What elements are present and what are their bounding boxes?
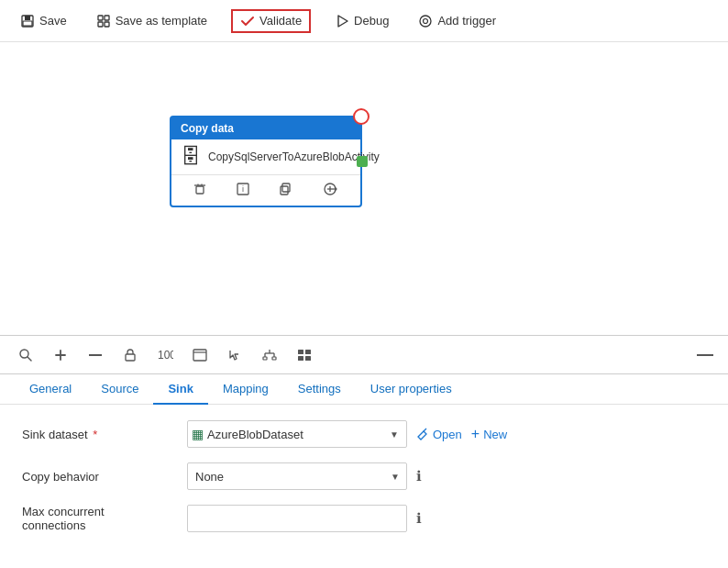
- copy-activity-button[interactable]: [275, 181, 295, 200]
- info-icon: i: [237, 183, 249, 195]
- sink-form: Sink dataset * ▦ AzureBlobDataset ▼ Open: [0, 405, 728, 561]
- panel-resize-handle[interactable]: [697, 354, 713, 356]
- trigger-icon: [418, 14, 433, 28]
- node-connect-dot[interactable]: [357, 156, 368, 167]
- svg-rect-1: [25, 16, 30, 20]
- zoom-out-button[interactable]: [84, 344, 106, 366]
- zoom-in-button[interactable]: [50, 344, 72, 366]
- max-concurrent-controls: ℹ: [187, 505, 706, 532]
- select-icon: [228, 349, 241, 362]
- svg-rect-37: [305, 350, 311, 354]
- tab-user-properties[interactable]: User properties: [356, 374, 467, 405]
- zoom-toolbar: 100%: [0, 336, 728, 374]
- grid-icon: [297, 349, 312, 362]
- svg-rect-17: [281, 186, 288, 195]
- auto-layout-icon: [262, 349, 277, 362]
- copy-behavior-row: Copy behavior None FlattenHierarchy Pres…: [22, 462, 706, 491]
- copy-behavior-controls: None FlattenHierarchy PreserveHierarchy …: [187, 462, 706, 490]
- svg-text:i: i: [242, 184, 244, 194]
- fit-view-button[interactable]: 100%: [154, 344, 176, 366]
- svg-text:100%: 100%: [158, 349, 173, 362]
- resize-icon: [193, 349, 207, 362]
- activity-name: CopySqlServerToAzureBlobActivity: [208, 150, 380, 163]
- plus-icon: +: [471, 426, 480, 442]
- svg-rect-5: [98, 22, 103, 27]
- tab-general[interactable]: General: [15, 374, 86, 405]
- svg-rect-3: [98, 16, 103, 20]
- svg-rect-28: [193, 350, 206, 361]
- plus-icon: [54, 349, 67, 362]
- svg-rect-35: [272, 357, 276, 360]
- svg-line-23: [28, 357, 31, 361]
- sink-dataset-controls: ▦ AzureBlobDataset ▼ Open + New: [187, 420, 706, 448]
- activity-header: Copy data: [171, 117, 360, 139]
- save-icon: [20, 14, 35, 28]
- pencil-icon: [416, 428, 429, 440]
- copy-data-activity-node[interactable]: Copy data 🗄 CopySqlServerToAzureBlobActi…: [170, 116, 362, 207]
- svg-point-8: [420, 16, 431, 27]
- svg-rect-26: [126, 354, 135, 361]
- search-zoom-button[interactable]: [15, 344, 37, 366]
- select-button[interactable]: [224, 344, 246, 366]
- fit-view-icon: 100%: [157, 349, 173, 362]
- properties-tabs: General Source Sink Mapping Settings Use…: [0, 374, 728, 405]
- tab-mapping[interactable]: Mapping: [208, 374, 283, 405]
- add-trigger-button[interactable]: Add trigger: [413, 10, 502, 32]
- debug-button[interactable]: Debug: [329, 10, 394, 32]
- copy-behavior-label: Copy behavior: [22, 470, 187, 484]
- copy-behavior-select-wrapper: None FlattenHierarchy PreserveHierarchy …: [187, 462, 407, 490]
- add-activity-button[interactable]: [318, 181, 342, 200]
- pipeline-canvas[interactable]: Copy data 🗄 CopySqlServerToAzureBlobActi…: [0, 42, 728, 336]
- activity-actions: i: [171, 174, 360, 206]
- svg-marker-7: [338, 16, 347, 27]
- save-as-template-button[interactable]: Save as template: [91, 10, 213, 32]
- node-error-indicator: [353, 108, 370, 125]
- delete-activity-button[interactable]: [190, 181, 210, 200]
- new-dataset-link[interactable]: + New: [471, 426, 507, 442]
- svg-rect-36: [298, 350, 303, 354]
- tab-sink[interactable]: Sink: [153, 374, 207, 405]
- svg-rect-10: [196, 186, 204, 194]
- save-button[interactable]: Save: [15, 10, 72, 32]
- add-arrow-icon: [322, 183, 338, 195]
- trash-icon: [193, 183, 206, 195]
- auto-layout-button[interactable]: [259, 344, 281, 366]
- activity-body: 🗄 CopySqlServerToAzureBlobActivity: [171, 139, 360, 174]
- dataset-excel-icon: ▦: [192, 427, 204, 441]
- svg-rect-2: [23, 21, 32, 26]
- sink-dataset-value: AzureBlobDataset: [207, 428, 386, 441]
- info-activity-button[interactable]: i: [233, 181, 253, 200]
- validate-button[interactable]: Validate: [231, 9, 311, 33]
- svg-rect-16: [282, 184, 290, 192]
- sink-dataset-row: Sink dataset * ▦ AzureBlobDataset ▼ Open: [22, 419, 706, 449]
- more-options-button[interactable]: [293, 344, 315, 366]
- resize-button[interactable]: [189, 344, 211, 366]
- lock-button[interactable]: [119, 344, 141, 366]
- search-icon: [18, 348, 33, 362]
- database-icon: 🗄: [181, 147, 201, 167]
- sink-dataset-label: Sink dataset *: [22, 428, 187, 441]
- lock-icon: [124, 349, 137, 362]
- tab-source[interactable]: Source: [86, 374, 153, 405]
- svg-rect-4: [105, 16, 109, 20]
- open-dataset-link[interactable]: Open: [416, 428, 462, 441]
- play-icon: [335, 14, 349, 28]
- max-concurrent-input[interactable]: [187, 505, 407, 532]
- max-concurrent-label: Max concurrent connections: [22, 505, 187, 532]
- tab-settings[interactable]: Settings: [283, 374, 356, 405]
- template-icon: [96, 14, 111, 28]
- max-concurrent-row: Max concurrent connections ℹ: [22, 504, 706, 533]
- checkmark-icon: [240, 14, 255, 28]
- svg-line-40: [424, 429, 426, 431]
- svg-rect-38: [298, 356, 303, 361]
- required-indicator: *: [93, 428, 97, 441]
- max-concurrent-info-icon[interactable]: ℹ: [416, 510, 422, 527]
- sink-dataset-select[interactable]: ▦ AzureBlobDataset ▼: [187, 420, 407, 448]
- copy-icon: [279, 183, 292, 195]
- copy-behavior-select[interactable]: None FlattenHierarchy PreserveHierarchy …: [187, 462, 407, 490]
- svg-rect-6: [105, 22, 109, 27]
- sink-dataset-dropdown-arrow[interactable]: ▼: [386, 429, 403, 440]
- properties-panel: General Source Sink Mapping Settings Use…: [0, 374, 728, 561]
- svg-rect-34: [263, 357, 267, 360]
- copy-behavior-info-icon[interactable]: ℹ: [416, 468, 422, 484]
